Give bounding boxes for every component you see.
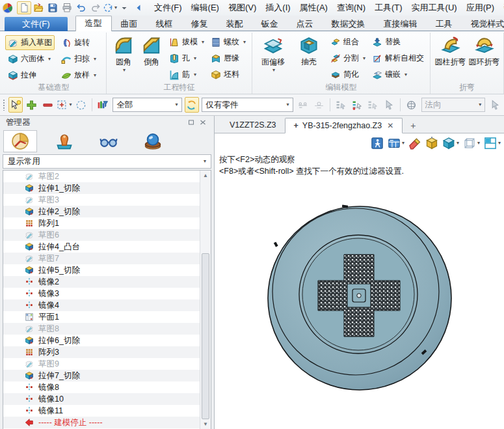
stock-button[interactable]: 坯料: [208, 67, 248, 82]
draft-button[interactable]: 拔模▾: [166, 35, 207, 49]
scope-combo[interactable]: 仅有零件▾: [202, 98, 293, 112]
menu-view[interactable]: 视图(V): [224, 2, 261, 14]
tree-item[interactable]: 草图7: [3, 253, 200, 264]
tab-shape[interactable]: 造型: [75, 16, 112, 31]
tree-item[interactable]: 草图3: [3, 194, 200, 206]
close-panel-button[interactable]: [197, 117, 209, 128]
offset-snap-button[interactable]: [296, 97, 311, 113]
toroidal-bend-button[interactable]: 圆环折弯: [468, 34, 500, 84]
collapse-toolbar-button[interactable]: [131, 1, 146, 14]
block-button[interactable]: 六面体▾: [5, 51, 55, 66]
new-tab-button[interactable]: +: [403, 120, 423, 133]
pick-last-entity-button[interactable]: [350, 97, 365, 113]
new-file-button[interactable]: [17, 1, 31, 14]
regen-button[interactable]: ▾: [103, 1, 117, 14]
swap-target-button[interactable]: [185, 97, 200, 113]
replace-button[interactable]: 替换: [369, 35, 427, 49]
manager-tab-layer[interactable]: [136, 130, 170, 152]
tree-item[interactable]: 草图8: [3, 323, 200, 335]
pointer-mode-button[interactable]: [488, 97, 503, 113]
menu-applications[interactable]: 应用(P): [462, 2, 499, 14]
tree-item[interactable]: 平面1: [3, 311, 200, 323]
tree-item[interactable]: 镜像11: [3, 405, 200, 417]
save-button[interactable]: [46, 1, 60, 14]
tab-surface[interactable]: 曲面: [112, 17, 147, 31]
tab-wireframe[interactable]: 线框: [147, 17, 182, 31]
face-offset-button[interactable]: 面偏移▾: [256, 34, 290, 84]
menu-edit[interactable]: 编辑(E): [187, 2, 224, 14]
tree-item[interactable]: 阵列3: [3, 346, 200, 358]
sweep-button[interactable]: 扫掠▾: [59, 51, 99, 66]
tab-assembly[interactable]: 装配: [217, 17, 252, 31]
tab-sheetmetal[interactable]: 钣金: [252, 17, 287, 31]
manager-tab-history[interactable]: [3, 130, 37, 152]
3d-part-disc[interactable]: [215, 133, 504, 429]
tree-item[interactable]: 镜像2: [3, 276, 200, 288]
menu-insert[interactable]: 插入(I): [261, 2, 295, 14]
rib-button[interactable]: 筋▾: [166, 67, 207, 82]
tree-item[interactable]: 草图2: [3, 171, 200, 182]
tab-data-exchange[interactable]: 数据交换: [323, 17, 375, 31]
pick-tool-button[interactable]: [8, 97, 23, 113]
remove-selection-button[interactable]: [40, 97, 55, 113]
pick-all-button[interactable]: [365, 97, 380, 113]
tree-item[interactable]: 镜像8: [3, 381, 200, 393]
fillet-button[interactable]: 圆角▾: [111, 34, 137, 84]
tree-item[interactable]: 草图9: [3, 358, 200, 370]
undo-button[interactable]: [74, 1, 88, 14]
tab-visual-style[interactable]: 视觉样式: [462, 17, 504, 31]
shell-button[interactable]: 抽壳: [292, 34, 326, 84]
tab-repair[interactable]: 修复: [182, 17, 217, 31]
menu-help[interactable]: 帮助(H): [499, 2, 504, 14]
document-tab-v1zzt2s[interactable]: V1ZZT2S.Z3: [221, 117, 285, 133]
tree-item[interactable]: 阵列1: [3, 217, 200, 229]
filter-combo[interactable]: 全部▾: [113, 98, 181, 112]
manager-tab-visualize[interactable]: [92, 130, 126, 152]
filter-button[interactable]: [96, 97, 111, 113]
add-selection-button[interactable]: [24, 97, 39, 113]
tree-item[interactable]: 镜像10: [3, 393, 200, 405]
thread-button[interactable]: 螺纹▾: [208, 35, 248, 49]
menu-inquire[interactable]: 查询(N): [332, 2, 370, 14]
menu-file[interactable]: 文件(F): [150, 2, 187, 14]
manager-tab-assembly[interactable]: [47, 130, 81, 152]
tree-item[interactable]: 拉伸5_切除: [3, 264, 200, 276]
toolbar-options-button[interactable]: [117, 1, 131, 14]
tab-tools[interactable]: 工具: [427, 17, 462, 31]
tree-item[interactable]: ----- 建模停止 -----: [3, 417, 200, 428]
menu-attributes[interactable]: 属性(A): [295, 2, 332, 14]
reorient-button[interactable]: [404, 97, 419, 113]
tree-item[interactable]: 拉伸2_切除: [3, 206, 200, 217]
chamfer-button[interactable]: 倒角: [139, 34, 165, 84]
extrude-button[interactable]: 拉伸: [5, 68, 55, 83]
tree-item[interactable]: 镜像3: [3, 288, 200, 299]
pick-box-button[interactable]: ▾: [57, 97, 72, 113]
tree-scrollbar[interactable]: ▲ ▼: [200, 171, 211, 429]
scrollbar-thumb[interactable]: [202, 253, 209, 419]
simplify-button[interactable]: 简化: [328, 67, 368, 82]
tree-item[interactable]: 拉伸7_切除: [3, 370, 200, 381]
pick-from-list-button[interactable]: [334, 97, 349, 113]
hole-button[interactable]: 孔▾: [166, 51, 207, 66]
menu-utilities[interactable]: 实用工具(U): [407, 2, 462, 14]
select-cursor-button[interactable]: [382, 97, 397, 113]
tree-item[interactable]: 镜像4: [3, 299, 200, 311]
close-tab-icon[interactable]: ✕: [387, 121, 393, 130]
divide-button[interactable]: 分割▾: [328, 51, 368, 66]
document-tab-yb315[interactable]: +YB-315-2fengzhao.Z3✕: [285, 118, 403, 133]
scroll-up-icon[interactable]: ▲: [200, 171, 211, 180]
scroll-down-icon[interactable]: ▼: [200, 419, 211, 429]
resolve-self-intersection-button[interactable]: 解析自相交: [369, 51, 427, 66]
toolbar-grip[interactable]: [3, 99, 6, 111]
viewport[interactable]: 按下<F2>动态的观察 <F8>或者<Shift-roll> 查找下一个有效的过…: [215, 133, 504, 429]
insert-sketch-button[interactable]: 插入草图: [5, 35, 55, 50]
orientation-combo[interactable]: 法向▾: [421, 98, 486, 112]
tree-item[interactable]: 拉伸4_凸台: [3, 241, 200, 253]
combine-button[interactable]: 组合: [328, 35, 368, 49]
tree-item[interactable]: 草图6: [3, 229, 200, 241]
loft-button[interactable]: 放样▾: [59, 68, 99, 83]
tab-pointcloud[interactable]: 点云: [287, 17, 323, 31]
open-file-button[interactable]: [31, 1, 46, 14]
lip-button[interactable]: 唇缘: [208, 51, 248, 66]
offset-snap-alt-button[interactable]: [312, 97, 326, 113]
